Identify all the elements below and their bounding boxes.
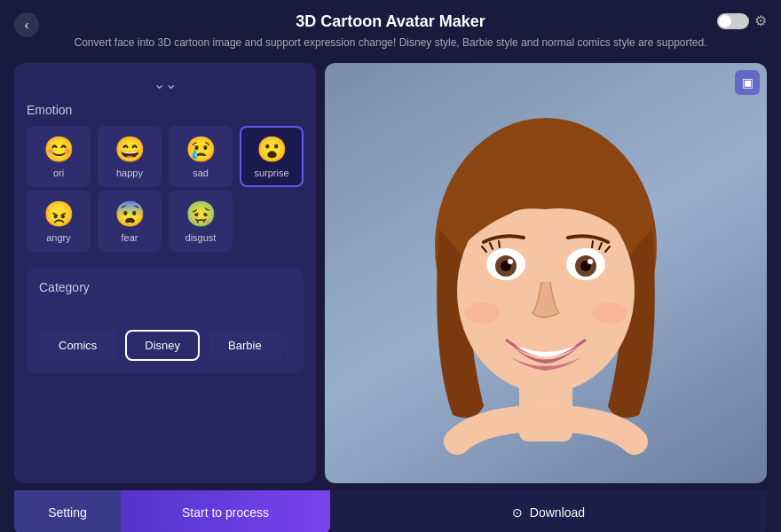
emotion-grid-row2: 😠 angry 😨 fear 🤢 disgust: [27, 191, 304, 252]
gear-icon[interactable]: ⚙: [754, 12, 767, 29]
emotion-ori[interactable]: 😊 ori: [27, 126, 91, 187]
svg-point-9: [508, 259, 513, 264]
emotion-disgust[interactable]: 🤢 disgust: [169, 191, 233, 252]
emotion-surprise[interactable]: 😮 surprise: [240, 126, 304, 187]
avatar-svg: [404, 87, 688, 459]
comics-button[interactable]: Comics: [39, 330, 116, 361]
app-subtitle: Convert face into 3D cartoon image and s…: [18, 36, 763, 49]
category-buttons: Comics Disney Barbie: [39, 330, 291, 361]
svg-point-10: [588, 259, 593, 264]
theme-toggle[interactable]: [717, 13, 749, 29]
angry-label: angry: [46, 232, 71, 243]
setting-button[interactable]: Setting: [14, 490, 121, 532]
emotion-fear[interactable]: 😨 fear: [98, 191, 162, 252]
process-button[interactable]: Start to process: [121, 490, 330, 532]
avatar-display: [325, 63, 767, 483]
main-content: ⌄⌄ Emotion 😊 ori 😄 happy 😢 sad 😮: [0, 56, 781, 490]
app-header: ‹ 3D Cartoon Avatar Maker Convert face i…: [0, 0, 781, 56]
fear-emoji: 😨: [114, 200, 146, 229]
sad-label: sad: [193, 168, 209, 178]
right-panel: ▣: [325, 63, 767, 483]
app-title: 3D Cartoon Avatar Maker: [18, 12, 763, 31]
emotion-sad[interactable]: 😢 sad: [169, 126, 233, 187]
panel-icon-button[interactable]: ▣: [735, 70, 760, 95]
bottom-bar: Setting Start to process ⊙ Download: [0, 490, 781, 532]
barbie-button[interactable]: Barbie: [209, 330, 281, 361]
emotion-angry[interactable]: 😠 angry: [27, 191, 91, 252]
ori-emoji: 😊: [43, 135, 75, 164]
svg-point-12: [592, 302, 627, 324]
download-button[interactable]: ⊙ Download: [330, 490, 767, 532]
bottom-right: ⊙ Download: [330, 490, 767, 532]
left-panel: ⌄⌄ Emotion 😊 ori 😄 happy 😢 sad 😮: [14, 63, 316, 483]
happy-emoji: 😄: [114, 135, 146, 164]
emotion-grid-row1: 😊 ori 😄 happy 😢 sad 😮 surprise: [27, 126, 304, 187]
disgust-label: disgust: [185, 232, 217, 243]
download-label: Download: [530, 505, 585, 520]
emotion-section: Emotion 😊 ori 😄 happy 😢 sad 😮 surprise: [27, 103, 304, 255]
happy-label: happy: [116, 168, 143, 178]
fear-label: fear: [122, 232, 138, 243]
svg-point-11: [464, 302, 500, 324]
category-title: Category: [39, 280, 291, 294]
surprise-label: surprise: [254, 168, 288, 178]
toggle-knob: [719, 15, 731, 27]
collapse-button[interactable]: ⌄⌄: [27, 75, 304, 92]
disney-button[interactable]: Disney: [125, 330, 200, 361]
emotion-title: Emotion: [27, 103, 304, 117]
ori-label: ori: [53, 168, 64, 178]
toggle-area: ⚙: [717, 12, 767, 29]
download-icon: ⊙: [512, 505, 523, 520]
surprise-emoji: 😮: [256, 135, 288, 164]
bottom-left: Setting Start to process: [14, 490, 330, 532]
category-section: Category Comics Disney Barbie: [27, 268, 304, 373]
disgust-emoji: 🤢: [185, 200, 217, 229]
sad-emoji: 😢: [185, 135, 217, 164]
angry-emoji: 😠: [43, 200, 75, 229]
back-button[interactable]: ‹: [14, 12, 39, 37]
emotion-happy[interactable]: 😄 happy: [98, 126, 162, 187]
